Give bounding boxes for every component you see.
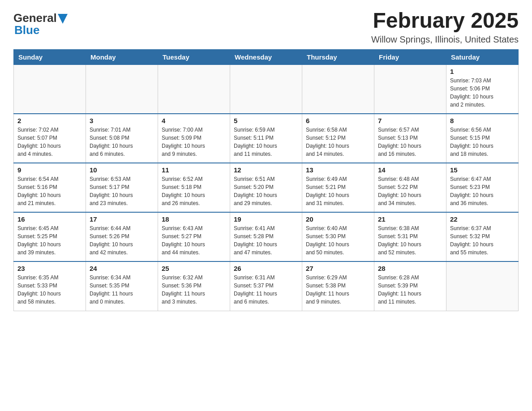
header-saturday: Saturday <box>446 49 519 64</box>
day-info-line: and 9 minutes. <box>306 298 370 306</box>
day-info-line: and 29 minutes. <box>234 199 298 207</box>
calendar-cell-w2d7: 8Sunrise: 6:56 AMSunset: 5:15 PMDaylight… <box>446 114 519 163</box>
day-number: 18 <box>162 215 226 223</box>
day-info-line: and 31 minutes. <box>306 199 370 207</box>
day-number: 24 <box>90 265 154 272</box>
day-info-line: Sunset: 5:23 PM <box>450 183 515 191</box>
day-info-line: Sunrise: 6:53 AM <box>90 175 154 183</box>
calendar-cell-w4d2: 17Sunrise: 6:44 AMSunset: 5:26 PMDayligh… <box>86 212 158 261</box>
day-info-line: Sunrise: 6:41 AM <box>234 224 298 232</box>
day-number: 23 <box>17 265 82 272</box>
calendar-cell-w4d3: 18Sunrise: 6:43 AMSunset: 5:27 PMDayligh… <box>158 212 230 261</box>
day-number: 4 <box>162 117 226 124</box>
day-info-line: Sunset: 5:38 PM <box>306 282 370 290</box>
day-info-line: Daylight: 11 hours <box>162 290 226 298</box>
calendar-cell-w1d7: 1Sunrise: 7:03 AMSunset: 5:06 PMDaylight… <box>446 64 519 114</box>
calendar-cell-w3d2: 10Sunrise: 6:53 AMSunset: 5:17 PMDayligh… <box>86 163 158 212</box>
day-info-line: and 55 minutes. <box>450 248 515 257</box>
day-number: 19 <box>234 215 298 223</box>
header-wednesday: Wednesday <box>230 49 302 64</box>
header-thursday: Thursday <box>302 49 374 64</box>
day-info-line: and 18 minutes. <box>450 150 515 158</box>
header-sunday: Sunday <box>14 49 86 64</box>
day-info-line: Sunset: 5:09 PM <box>162 134 226 142</box>
week-row-4: 16Sunrise: 6:45 AMSunset: 5:25 PMDayligh… <box>14 212 519 261</box>
day-info-line: and 52 minutes. <box>378 248 442 257</box>
day-info-line: Daylight: 10 hours <box>17 142 82 150</box>
day-info-line: and 26 minutes. <box>162 199 226 207</box>
day-info-line: Daylight: 10 hours <box>162 240 226 248</box>
day-number: 11 <box>162 166 226 174</box>
day-info-line: Sunrise: 6:45 AM <box>17 224 82 232</box>
day-info-line: and 6 minutes. <box>234 298 298 306</box>
calendar-cell-w4d6: 21Sunrise: 6:38 AMSunset: 5:31 PMDayligh… <box>374 212 446 261</box>
logo: General Blue <box>13 9 68 37</box>
day-info-line: Sunrise: 6:31 AM <box>234 274 298 282</box>
day-info-line: Sunrise: 6:37 AM <box>450 224 515 232</box>
day-info-line: Daylight: 10 hours <box>162 142 226 150</box>
day-info-line: Sunrise: 6:58 AM <box>306 126 370 134</box>
day-info-line: Sunrise: 6:59 AM <box>234 126 298 134</box>
day-info-line: and 11 minutes. <box>234 150 298 158</box>
day-info-line: and 50 minutes. <box>306 248 370 257</box>
day-info-line: Daylight: 10 hours <box>234 142 298 150</box>
day-info-line: Sunrise: 6:56 AM <box>450 126 515 134</box>
day-info-line: Sunset: 5:25 PM <box>17 232 82 240</box>
calendar-cell-w5d5: 27Sunrise: 6:29 AMSunset: 5:38 PMDayligh… <box>302 261 374 311</box>
calendar-cell-w3d5: 13Sunrise: 6:49 AMSunset: 5:21 PMDayligh… <box>302 163 374 212</box>
day-number: 21 <box>378 215 442 223</box>
day-info-line: Sunrise: 6:52 AM <box>162 175 226 183</box>
calendar-table: Sunday Monday Tuesday Wednesday Thursday… <box>13 49 519 311</box>
title-block: February 2025 Willow Springs, Illinois, … <box>371 9 519 45</box>
day-info-line: Sunrise: 6:40 AM <box>306 224 370 232</box>
day-number: 15 <box>450 166 515 174</box>
day-number: 17 <box>90 215 154 223</box>
day-info-line: Sunset: 5:27 PM <box>162 232 226 240</box>
calendar-cell-w2d5: 6Sunrise: 6:58 AMSunset: 5:12 PMDaylight… <box>302 114 374 163</box>
week-row-1: 1Sunrise: 7:03 AMSunset: 5:06 PMDaylight… <box>14 64 519 114</box>
calendar-cell-w5d4: 26Sunrise: 6:31 AMSunset: 5:37 PMDayligh… <box>230 261 302 311</box>
day-info-line: and 4 minutes. <box>17 150 82 158</box>
day-number: 8 <box>450 117 515 124</box>
day-info-line: Daylight: 11 hours <box>378 290 442 298</box>
day-info-line: Sunset: 5:37 PM <box>234 282 298 290</box>
calendar-cell-w5d7 <box>446 261 519 311</box>
location-title: Willow Springs, Illinois, United States <box>371 34 519 45</box>
day-number: 7 <box>378 117 442 124</box>
day-number: 20 <box>306 215 370 223</box>
day-info-line: Daylight: 10 hours <box>90 240 154 248</box>
day-info-line: Sunset: 5:07 PM <box>17 134 82 142</box>
calendar-cell-w3d6: 14Sunrise: 6:48 AMSunset: 5:22 PMDayligh… <box>374 163 446 212</box>
day-info-line: Daylight: 11 hours <box>234 290 298 298</box>
day-info-line: Sunrise: 7:00 AM <box>162 126 226 134</box>
calendar-cell-w1d6 <box>374 64 446 114</box>
day-number: 10 <box>90 166 154 174</box>
day-info-line: Daylight: 10 hours <box>450 93 515 101</box>
day-number: 13 <box>306 166 370 174</box>
day-info-line: Sunrise: 6:32 AM <box>162 274 226 282</box>
day-info-line: Sunrise: 6:34 AM <box>90 274 154 282</box>
day-info-line: Sunrise: 6:35 AM <box>17 274 82 282</box>
day-info-line: and 47 minutes. <box>234 248 298 257</box>
day-info-line: Sunset: 5:22 PM <box>378 183 442 191</box>
day-info-line: Sunset: 5:13 PM <box>378 134 442 142</box>
day-info-line: and 36 minutes. <box>450 199 515 207</box>
svg-marker-0 <box>58 14 68 24</box>
day-info-line: Daylight: 11 hours <box>90 290 154 298</box>
header-tuesday: Tuesday <box>158 49 230 64</box>
day-info-line: Sunset: 5:15 PM <box>450 134 515 142</box>
day-number: 27 <box>306 265 370 272</box>
logo-blue: Blue <box>14 23 39 37</box>
day-info-line: Sunrise: 6:28 AM <box>378 274 442 282</box>
calendar-cell-w2d4: 5Sunrise: 6:59 AMSunset: 5:11 PMDaylight… <box>230 114 302 163</box>
day-info-line: and 39 minutes. <box>17 248 82 257</box>
day-info-line: Sunrise: 6:49 AM <box>306 175 370 183</box>
day-info-line: Sunset: 5:31 PM <box>378 232 442 240</box>
day-info-line: and 9 minutes. <box>162 150 226 158</box>
week-row-5: 23Sunrise: 6:35 AMSunset: 5:33 PMDayligh… <box>14 261 519 311</box>
day-info-line: Sunset: 5:32 PM <box>450 232 515 240</box>
calendar-cell-w3d1: 9Sunrise: 6:54 AMSunset: 5:16 PMDaylight… <box>14 163 86 212</box>
day-info-line: Sunset: 5:26 PM <box>90 232 154 240</box>
day-number: 3 <box>90 117 154 124</box>
day-info-line: Daylight: 10 hours <box>378 240 442 248</box>
